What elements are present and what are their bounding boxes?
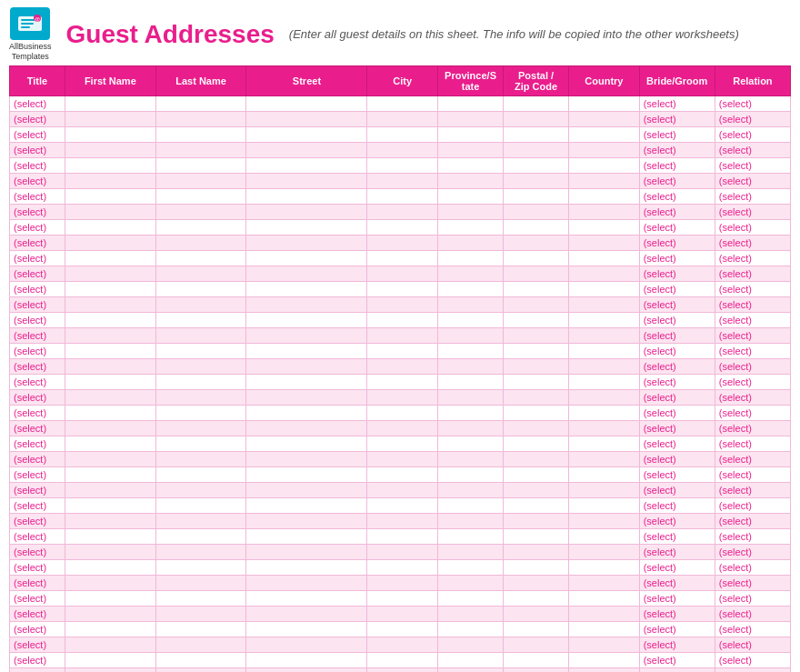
- cell-country[interactable]: [569, 219, 640, 235]
- cell-country[interactable]: [569, 667, 640, 672]
- cell-postal[interactable]: [504, 420, 569, 436]
- cell-city[interactable]: [367, 312, 438, 327]
- cell-firstname[interactable]: [65, 126, 155, 142]
- cell-bride[interactable]: (select): [639, 621, 715, 637]
- cell-province[interactable]: [438, 358, 504, 374]
- cell-country[interactable]: [569, 157, 640, 173]
- cell-lastname[interactable]: [155, 621, 246, 637]
- cell-country[interactable]: [569, 466, 640, 482]
- table-row[interactable]: (select)(select)(select): [10, 528, 791, 544]
- cell-street[interactable]: [246, 652, 367, 667]
- cell-relation[interactable]: (select): [715, 575, 790, 590]
- cell-city[interactable]: [367, 358, 438, 374]
- cell-country[interactable]: [569, 451, 640, 466]
- cell-city[interactable]: [367, 606, 438, 621]
- cell-relation[interactable]: (select): [715, 173, 790, 188]
- cell-bride[interactable]: (select): [639, 513, 715, 528]
- cell-postal[interactable]: [504, 590, 569, 606]
- cell-city[interactable]: [367, 590, 438, 606]
- cell-firstname[interactable]: [65, 405, 155, 420]
- cell-title[interactable]: (select): [10, 420, 65, 436]
- cell-bride[interactable]: (select): [639, 95, 715, 111]
- cell-province[interactable]: [438, 173, 504, 188]
- cell-city[interactable]: [367, 667, 438, 672]
- table-row[interactable]: (select)(select)(select): [10, 111, 791, 126]
- cell-country[interactable]: [569, 544, 640, 559]
- cell-bride[interactable]: (select): [639, 544, 715, 559]
- cell-bride[interactable]: (select): [639, 575, 715, 590]
- cell-title[interactable]: (select): [10, 204, 65, 219]
- cell-title[interactable]: (select): [10, 389, 65, 405]
- cell-firstname[interactable]: [65, 637, 155, 652]
- cell-relation[interactable]: (select): [715, 559, 790, 575]
- table-row[interactable]: (select)(select)(select): [10, 281, 791, 296]
- cell-title[interactable]: (select): [10, 157, 65, 173]
- table-row[interactable]: (select)(select)(select): [10, 219, 791, 235]
- cell-bride[interactable]: (select): [639, 126, 715, 142]
- cell-bride[interactable]: (select): [639, 204, 715, 219]
- cell-bride[interactable]: (select): [639, 374, 715, 389]
- cell-bride[interactable]: (select): [639, 358, 715, 374]
- table-row[interactable]: (select)(select)(select): [10, 482, 791, 497]
- table-row[interactable]: (select)(select)(select): [10, 95, 791, 111]
- cell-lastname[interactable]: [155, 235, 246, 250]
- cell-firstname[interactable]: [65, 250, 155, 266]
- table-row[interactable]: (select)(select)(select): [10, 358, 791, 374]
- cell-title[interactable]: (select): [10, 358, 65, 374]
- cell-title[interactable]: (select): [10, 296, 65, 312]
- cell-province[interactable]: [438, 157, 504, 173]
- cell-province[interactable]: [438, 590, 504, 606]
- cell-lastname[interactable]: [155, 126, 246, 142]
- cell-relation[interactable]: (select): [715, 235, 790, 250]
- cell-postal[interactable]: [504, 559, 569, 575]
- cell-country[interactable]: [569, 327, 640, 343]
- cell-province[interactable]: [438, 327, 504, 343]
- cell-firstname[interactable]: [65, 513, 155, 528]
- cell-country[interactable]: [569, 281, 640, 296]
- cell-street[interactable]: [246, 544, 367, 559]
- cell-postal[interactable]: [504, 250, 569, 266]
- cell-province[interactable]: [438, 652, 504, 667]
- cell-city[interactable]: [367, 621, 438, 637]
- cell-firstname[interactable]: [65, 142, 155, 157]
- cell-title[interactable]: (select): [10, 652, 65, 667]
- cell-country[interactable]: [569, 621, 640, 637]
- cell-postal[interactable]: [504, 219, 569, 235]
- cell-street[interactable]: [246, 266, 367, 281]
- cell-postal[interactable]: [504, 157, 569, 173]
- cell-firstname[interactable]: [65, 652, 155, 667]
- cell-title[interactable]: (select): [10, 142, 65, 157]
- cell-relation[interactable]: (select): [715, 590, 790, 606]
- cell-country[interactable]: [569, 405, 640, 420]
- cell-lastname[interactable]: [155, 405, 246, 420]
- table-row[interactable]: (select)(select)(select): [10, 126, 791, 142]
- cell-title[interactable]: (select): [10, 544, 65, 559]
- cell-province[interactable]: [438, 513, 504, 528]
- cell-postal[interactable]: [504, 235, 569, 250]
- table-row[interactable]: (select)(select)(select): [10, 250, 791, 266]
- cell-title[interactable]: (select): [10, 436, 65, 451]
- cell-postal[interactable]: [504, 111, 569, 126]
- cell-street[interactable]: [246, 575, 367, 590]
- cell-lastname[interactable]: [155, 544, 246, 559]
- cell-lastname[interactable]: [155, 497, 246, 513]
- table-row[interactable]: (select)(select)(select): [10, 173, 791, 188]
- cell-relation[interactable]: (select): [715, 343, 790, 358]
- cell-relation[interactable]: (select): [715, 296, 790, 312]
- cell-province[interactable]: [438, 219, 504, 235]
- cell-title[interactable]: (select): [10, 621, 65, 637]
- cell-city[interactable]: [367, 157, 438, 173]
- cell-firstname[interactable]: [65, 281, 155, 296]
- cell-street[interactable]: [246, 312, 367, 327]
- cell-province[interactable]: [438, 389, 504, 405]
- cell-street[interactable]: [246, 590, 367, 606]
- cell-street[interactable]: [246, 173, 367, 188]
- cell-lastname[interactable]: [155, 281, 246, 296]
- cell-title[interactable]: (select): [10, 219, 65, 235]
- cell-postal[interactable]: [504, 188, 569, 204]
- cell-city[interactable]: [367, 528, 438, 544]
- cell-relation[interactable]: (select): [715, 126, 790, 142]
- cell-relation[interactable]: (select): [715, 281, 790, 296]
- cell-street[interactable]: [246, 235, 367, 250]
- cell-relation[interactable]: (select): [715, 606, 790, 621]
